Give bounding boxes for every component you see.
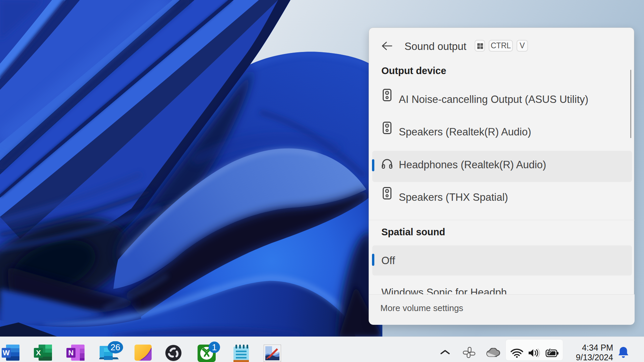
svg-text:W: W xyxy=(3,349,10,357)
svg-text:1: 1 xyxy=(212,342,217,352)
svg-text:N: N xyxy=(68,349,74,357)
svg-text:X: X xyxy=(36,349,41,357)
svg-text:26: 26 xyxy=(111,342,120,352)
